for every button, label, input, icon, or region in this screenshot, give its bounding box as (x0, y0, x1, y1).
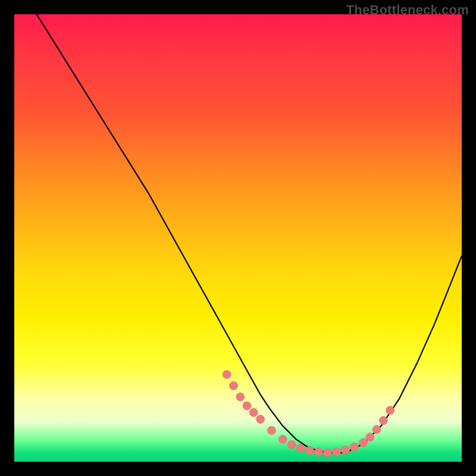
highlight-dot (243, 402, 251, 410)
highlight-dot (359, 439, 368, 447)
highlight-dot (372, 425, 381, 434)
highlight-dot (314, 448, 322, 456)
highlight-dot (379, 416, 387, 425)
watermark-text: TheBottleneck.com (346, 2, 469, 18)
highlight-dot (332, 448, 340, 456)
bottleneck-plot (14, 14, 462, 462)
highlight-dots-group (223, 370, 394, 457)
highlight-dot (323, 449, 331, 457)
highlight-dot (296, 444, 305, 452)
highlight-dot (350, 443, 359, 451)
highlight-dot (278, 435, 287, 443)
highlight-dot (287, 440, 296, 449)
highlight-dot (223, 370, 231, 378)
highlight-dot (305, 446, 314, 455)
highlight-dot (267, 426, 275, 434)
highlight-dot (249, 408, 258, 416)
highlight-dot (386, 406, 394, 415)
chart-frame (14, 14, 462, 462)
highlight-dot (230, 381, 238, 390)
highlight-dot (236, 393, 245, 401)
bottleneck-curve (37, 14, 462, 453)
highlight-dot (342, 446, 350, 454)
highlight-dot (256, 415, 265, 424)
highlight-dot (366, 433, 374, 441)
